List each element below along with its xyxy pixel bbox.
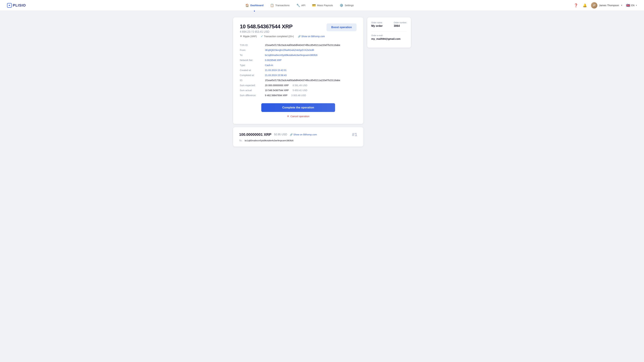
nav-api[interactable]: 🔧 API	[296, 3, 306, 8]
second-amounts: 100.00000001 XRP 50.95 USD 🔗 Show on Bit…	[239, 132, 317, 137]
order-number-value: 3064	[394, 24, 407, 27]
id-row: ID: 1f1ea45cf173b23a3c4af00a9df4404374f6…	[240, 78, 356, 83]
sum-expected-values: 20 000.00000000 XRP 8 591.49 USD	[265, 83, 356, 88]
user-name: James Thompson	[599, 4, 619, 7]
mass-payouts-icon: 💳	[312, 3, 316, 7]
notifications-button[interactable]: 🔔	[582, 3, 588, 8]
boost-button[interactable]: Boost operation	[326, 23, 356, 31]
sum-actual-values: 10 548.54367544 XRP 5 653.41 USD	[265, 88, 356, 93]
order-email-label: Order e-mail:	[371, 34, 407, 37]
amount-header: 10 548.54367544 XRP 4 694.23 / 5 653.41 …	[240, 23, 356, 33]
id-value: 1f1ea45cf173b23a3c4af00a9df4404374f6cc85…	[265, 78, 356, 83]
sum-expected-label: Sum expected:	[240, 83, 265, 88]
currency-status: ✕ Ripple (XRP)	[240, 35, 257, 38]
divider	[371, 31, 407, 32]
created-row: Created at: 21.03.2019 15:42:01	[240, 68, 356, 73]
logo-text: PLISIO	[13, 3, 26, 7]
user-dropdown-icon: ▼	[621, 4, 623, 6]
sum-diff-label: Sum difference:	[240, 93, 265, 98]
completed-label: Completed at:	[240, 73, 265, 78]
second-amount-usd: 50.95 USD	[274, 133, 287, 136]
second-card-header: 100.00000001 XRP 50.95 USD 🔗 Show on Bit…	[239, 132, 357, 137]
completed-value: 21.03.2019 15:58:43	[265, 73, 356, 78]
sum-expected-usd: 8 591.49 USD	[293, 84, 308, 87]
amount-usd: 4 694.23 / 5 653.41 USD	[240, 30, 292, 33]
txn-id-value: 1f1ea45cf173b23a3c4af00a9df4404374f6cc85…	[265, 42, 356, 48]
details-table: TXN ID: 1f1ea45cf173b23a3c4af00a9df44043…	[240, 42, 356, 98]
external-link-icon: 🔗	[298, 35, 301, 38]
nav-dashboard[interactable]: 🏠 Dashboard	[245, 3, 264, 8]
second-card-number: #1	[352, 132, 357, 137]
content-area: 10 548.54367544 XRP 4 694.23 / 5 653.41 …	[233, 17, 363, 146]
second-bithomp-link[interactable]: 🔗 Show on Bithomp.com	[290, 133, 317, 136]
network-fee-label: Network fee:	[240, 58, 265, 63]
complete-button[interactable]: Complete the operation	[261, 103, 335, 112]
side-panel: Order name: My order Order number: 3064 …	[367, 17, 411, 48]
order-number-label: Order number:	[394, 21, 407, 24]
id-label: ID:	[240, 78, 265, 83]
header: PLISIO 🏠 Dashboard 📋 Transactions 🔧 API …	[0, 0, 644, 11]
settings-icon: ⚙️	[340, 3, 343, 7]
logo[interactable]: PLISIO	[7, 3, 26, 8]
completed-status: ✓ Transaction completed (20+)	[261, 35, 294, 38]
language-selector[interactable]: 🇬🇧 EN ▼	[626, 3, 637, 7]
sum-actual-row: Sum actual: 10 548.54367544 XRP 5 653.41…	[240, 88, 356, 93]
bithomp-link[interactable]: 🔗 Show on Bithomp.com	[298, 35, 325, 38]
status-row: ✕ Ripple (XRP) ✓ Transaction completed (…	[240, 35, 356, 38]
order-number-field: Order number: 3064	[394, 21, 407, 27]
type-row: Type: Cash-in	[240, 63, 356, 68]
order-name-field: Order name: My order	[371, 21, 383, 27]
sum-diff-values: 9 462.56847694 XRP 3 003.46 USD	[265, 93, 356, 98]
cancel-link[interactable]: ✕ Cancel operation	[287, 115, 310, 118]
from-row: From: 3Eq8Q82SkmjbVZRwRG4AZmkSpEVXZe3rdR	[240, 48, 356, 53]
to-label: To:	[240, 53, 265, 58]
order-name-label: Order name:	[371, 21, 383, 24]
order-email-field: Order e-mail: my_mail594@gmail.com	[371, 34, 407, 40]
completed-row: Completed at: 21.03.2019 15:58:43	[240, 73, 356, 78]
second-to-label: To:	[239, 139, 242, 142]
sum-actual-usd: 5 653.41 USD	[293, 89, 308, 92]
txn-id-label: TXN ID:	[240, 42, 265, 48]
check-icon: ✓	[261, 35, 263, 38]
amount-xrp: 10 548.54367544 XRP	[240, 23, 292, 30]
sum-diff-row: Sum difference: 9 462.56847694 XRP 3 003…	[240, 93, 356, 98]
created-label: Created at:	[240, 68, 265, 73]
transaction-card: 10 548.54367544 XRP 4 694.23 / 5 653.41 …	[233, 17, 363, 124]
help-button[interactable]: ❓	[573, 3, 579, 8]
lang-dropdown-icon: ▼	[636, 4, 637, 6]
second-transaction-card: 100.00000001 XRP 50.95 USD 🔗 Show on Bit…	[233, 127, 363, 146]
second-to-value: bc1q60ma9vcm5ytd9kxtafw4s3wr9nqxuem38l3f…	[245, 139, 294, 142]
created-value: 21.03.2019 15:42:01	[265, 68, 356, 73]
second-external-icon: 🔗	[290, 133, 293, 136]
user-menu[interactable]: JT James Thompson ▼	[591, 2, 623, 8]
order-email-value: my_mail594@gmail.com	[371, 37, 407, 40]
x-icon: ✕	[240, 35, 242, 38]
second-amount-xrp: 100.00000001 XRP	[239, 132, 271, 137]
sum-diff-xrp: 9 462.56847694 XRP	[265, 94, 288, 97]
order-name-value: My order	[371, 24, 383, 27]
main-nav: 🏠 Dashboard 📋 Transactions 🔧 API 💳 Mass …	[245, 3, 354, 8]
cancel-icon: ✕	[287, 115, 289, 118]
flag-icon: 🇬🇧	[626, 3, 630, 7]
transactions-icon: 📋	[270, 3, 274, 7]
nav-settings[interactable]: ⚙️ Settings	[340, 3, 354, 8]
sum-actual-label: Sum actual:	[240, 88, 265, 93]
amount-block: 10 548.54367544 XRP 4 694.23 / 5 653.41 …	[240, 23, 292, 33]
sum-diff-usd: 3 003.46 USD	[291, 94, 306, 97]
nav-mass-payouts[interactable]: 💳 Mass Payouts	[312, 3, 333, 8]
api-icon: 🔧	[296, 3, 300, 7]
side-top-row: Order name: My order Order number: 3064	[371, 21, 407, 31]
sum-actual-xrp: 10 548.54367544 XRP	[265, 89, 289, 92]
actions-area: Complete the operation ✕ Cancel operatio…	[240, 103, 356, 118]
second-to-row: To: bc1q60ma9vcm5ytd9kxtafw4s3wr9nqxuem3…	[239, 139, 357, 142]
to-value: bc1q60ma9vcm5ytd9kxtafw4s3wr9nqxuem38l3f…	[265, 53, 356, 58]
to-row: To: bc1q60ma9vcm5ytd9kxtafw4s3wr9nqxuem3…	[240, 53, 356, 58]
home-icon: 🏠	[245, 3, 249, 7]
txn-id-row: TXN ID: 1f1ea45cf173b23a3c4af00a9df44043…	[240, 42, 356, 48]
sum-expected-row: Sum expected: 20 000.00000000 XRP 8 591.…	[240, 83, 356, 88]
type-label: Type:	[240, 63, 265, 68]
avatar: JT	[591, 2, 598, 8]
network-fee-row: Network fee: 0.0029548 XRP	[240, 58, 356, 63]
nav-transactions[interactable]: 📋 Transactions	[270, 3, 290, 8]
from-label: From:	[240, 48, 265, 53]
